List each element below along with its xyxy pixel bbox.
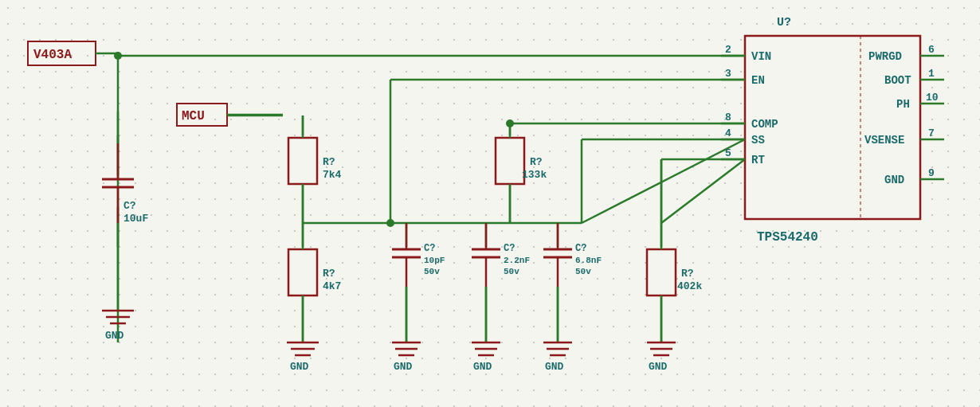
pin7-num: 7	[928, 127, 935, 139]
svg-line-26	[661, 159, 745, 223]
c10pf-ref: C?	[424, 243, 435, 254]
ph-label: PH	[896, 98, 910, 111]
mcu-label: MCU	[182, 109, 205, 123]
gnd-label-ic: GND	[884, 174, 904, 186]
pin1-num: 1	[928, 68, 935, 80]
svg-rect-56	[496, 138, 524, 184]
c22nf-ref: C?	[504, 243, 515, 254]
gnd-c10pf: GND	[394, 361, 413, 373]
pin10-num: 10	[926, 92, 939, 104]
svg-rect-50	[288, 249, 317, 295]
c10uf-value: 10uF	[123, 213, 148, 225]
r133k-value: 133k	[522, 169, 547, 181]
r7k4-value: 7k4	[323, 169, 342, 181]
ic-partname: TPS54240	[757, 230, 818, 245]
c22nf-value2: 50v	[504, 267, 519, 276]
gnd-r4k7: GND	[290, 361, 309, 373]
svg-rect-47	[288, 138, 317, 184]
r402k-value: 402k	[677, 280, 702, 292]
comp-label: COMP	[751, 118, 778, 131]
gnd-c68nf: GND	[545, 361, 564, 373]
gnd-r402k: GND	[649, 361, 668, 373]
pin4-num: 4	[725, 127, 731, 139]
pin9-num: 9	[928, 167, 935, 179]
r4k7-ref: R?	[323, 268, 335, 280]
svg-line-22	[582, 139, 745, 223]
c10pf-value1: 10pF	[424, 256, 445, 265]
r4k7-value: 4k7	[323, 280, 341, 292]
pin3-num: 3	[725, 68, 731, 80]
gnd-c22nf: GND	[473, 361, 492, 373]
svg-point-32	[386, 219, 394, 227]
c68nf-ref: C?	[575, 243, 586, 254]
svg-rect-84	[647, 249, 676, 295]
c10pf-value2: 50v	[424, 267, 440, 276]
c68nf-value1: 6.8nF	[575, 256, 602, 265]
v403a-label: V403A	[33, 48, 72, 62]
pwrgd-label: PWRGD	[868, 50, 902, 63]
vin-label: VIN	[751, 50, 771, 63]
c22nf-value1: 2.2nF	[504, 256, 530, 265]
pin6-num: 6	[928, 44, 935, 56]
vsense-label: VSENSE	[864, 134, 904, 147]
c68nf-value2: 50v	[575, 267, 591, 276]
boot-label: BOOT	[884, 74, 911, 87]
r7k4-ref: R?	[323, 156, 335, 168]
pin5-num: 5	[725, 147, 731, 159]
en-label: EN	[751, 74, 765, 87]
ss-label: SS	[751, 134, 765, 147]
pin2-num: 2	[725, 44, 731, 56]
schematic-canvas: V403A MCU C? 10uF GND R? 7k4 R? 4k7 GND …	[0, 0, 980, 407]
ic-ref: U?	[777, 16, 791, 29]
rt-label: RT	[751, 154, 765, 166]
r133k-ref: R?	[530, 156, 543, 168]
c10uf-ref: C?	[123, 200, 136, 212]
gnd-c10uf: GND	[105, 330, 124, 342]
r402k-ref: R?	[681, 268, 694, 280]
pin8-num: 8	[725, 112, 731, 123]
